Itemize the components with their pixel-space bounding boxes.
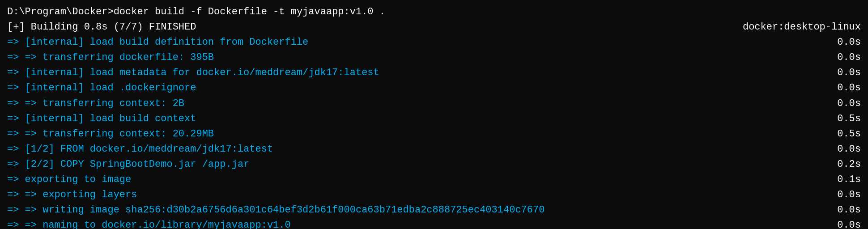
line-time: 0.0s — [825, 65, 861, 81]
terminal-line: => [internal] load build definition from… — [7, 35, 861, 50]
line-content: => => writing image sha256:d30b2a6756d6a… — [7, 203, 807, 218]
line-time: 0.0s — [825, 187, 861, 203]
line-time: 0.5s — [825, 127, 861, 142]
line-content: => => exporting layers — [7, 187, 807, 203]
terminal-line: => => transferring context: 20.29MB0.5s — [7, 127, 861, 142]
line-time: docker:desktop-linux — [743, 20, 861, 35]
line-time: 0.2s — [825, 157, 861, 172]
line-time: 0.0s — [825, 81, 861, 96]
line-content: => [internal] load metadata for docker.i… — [7, 65, 807, 81]
line-content: => => transferring context: 20.29MB — [7, 127, 807, 142]
terminal-line: => [internal] load .dockerignore0.0s — [7, 81, 861, 96]
line-content: => [1/2] FROM docker.io/meddream/jdk17:l… — [7, 142, 807, 157]
terminal-line: => [1/2] FROM docker.io/meddream/jdk17:l… — [7, 142, 861, 157]
terminal-line: [+] Building 0.8s (7/7) FINISHEDdocker:d… — [7, 20, 861, 35]
line-time: 0.0s — [825, 142, 861, 157]
terminal-line: D:\Program\Docker>docker build -f Docker… — [7, 4, 861, 20]
line-content: D:\Program\Docker>docker build -f Docker… — [7, 4, 861, 20]
line-content: => => naming to docker.io/library/myjava… — [7, 218, 807, 229]
terminal-line: => exporting to image0.1s — [7, 172, 861, 187]
terminal-line: => => writing image sha256:d30b2a6756d6a… — [7, 203, 861, 218]
terminal-line: => [internal] load metadata for docker.i… — [7, 65, 861, 81]
terminal-line: => [2/2] COPY SpringBootDemo.jar /app.ja… — [7, 157, 861, 172]
line-time: 0.0s — [825, 203, 861, 218]
line-time: 0.5s — [825, 111, 861, 127]
line-time: 0.0s — [825, 50, 861, 65]
line-content: [+] Building 0.8s (7/7) FINISHED — [7, 20, 725, 35]
line-content: => [2/2] COPY SpringBootDemo.jar /app.ja… — [7, 157, 807, 172]
terminal-line: => => exporting layers0.0s — [7, 187, 861, 203]
line-content: => => transferring context: 2B — [7, 96, 807, 111]
line-time: 0.0s — [825, 35, 861, 50]
line-time: 0.0s — [825, 218, 861, 229]
line-content: => [internal] load build context — [7, 111, 807, 127]
terminal-line: => => naming to docker.io/library/myjava… — [7, 218, 861, 229]
line-time: 0.1s — [825, 172, 861, 187]
terminal-line: => => transferring dockerfile: 395B0.0s — [7, 50, 861, 65]
line-content: => exporting to image — [7, 172, 807, 187]
line-content: => [internal] load .dockerignore — [7, 81, 807, 96]
terminal-line: => [internal] load build context0.5s — [7, 111, 861, 127]
terminal-container: D:\Program\Docker>docker build -f Docker… — [7, 4, 861, 229]
line-content: => [internal] load build definition from… — [7, 35, 807, 50]
line-content: => => transferring dockerfile: 395B — [7, 50, 807, 65]
line-time: 0.0s — [825, 96, 861, 111]
terminal-line: => => transferring context: 2B0.0s — [7, 96, 861, 111]
